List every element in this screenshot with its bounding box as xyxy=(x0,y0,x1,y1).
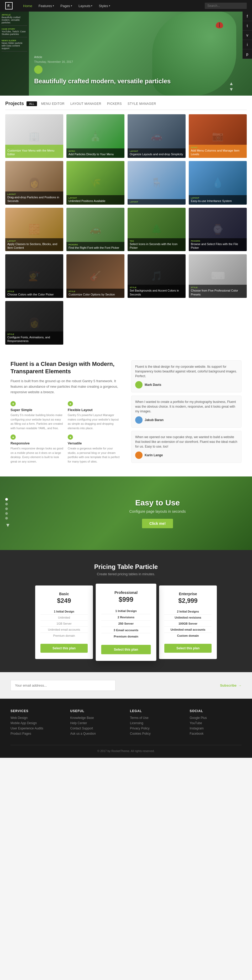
project-card-16[interactable]: ⌨ STYLE Choose from Five Professional Co… xyxy=(189,254,247,298)
easy-cta-button[interactable]: Click me! xyxy=(142,519,173,528)
card-title: Customize Color Options by Section xyxy=(68,293,122,296)
sidebar-post-3[interactable]: NEWS SLIDER News Slider particle with Da… xyxy=(2,40,27,51)
feature-item: 3 Email accounts xyxy=(101,627,151,633)
footer-link[interactable]: Terms of Use xyxy=(130,716,182,720)
nav-styles[interactable]: Styles ▾ xyxy=(96,3,113,9)
project-card-15[interactable]: 🎵 STYLE Set Backgrounds and Accent Color… xyxy=(128,254,185,298)
instagram-icon[interactable]: i xyxy=(242,40,252,49)
project-card-8[interactable]: 💧 LAYOUT Easy-to-use Inheritance System xyxy=(189,161,247,205)
card-title: Customize Your Menu with the Menu Editor xyxy=(7,149,61,156)
feature-title: Super Simple xyxy=(11,408,63,412)
footer-link[interactable]: Mobile App Design xyxy=(11,721,62,725)
footer-link[interactable]: Instagram xyxy=(190,727,242,730)
footer-link[interactable]: Product Pages xyxy=(11,732,62,735)
hero-ladybug-decoration xyxy=(216,22,223,29)
chevron-down-icon: ▾ xyxy=(109,5,110,7)
filter-all-button[interactable]: ALL xyxy=(27,102,37,106)
project-card-4[interactable]: 📷 INTRO Add Menu Columns and Manage Item… xyxy=(189,114,247,158)
nav-layouts[interactable]: Layouts ▾ xyxy=(76,3,95,9)
email-input[interactable] xyxy=(11,680,116,691)
nav-home[interactable]: Home xyxy=(21,3,35,9)
card-type: STYLE xyxy=(191,286,245,289)
carousel-dot-4[interactable] xyxy=(5,512,8,515)
chevron-down-icon[interactable]: ▼ xyxy=(5,522,58,528)
testimonial-text: When we opened our new cupcake shop, we … xyxy=(135,435,238,449)
filter-menu-editor[interactable]: MENU EDITOR xyxy=(40,101,66,107)
card-title: Choose Colors with the Color Picker xyxy=(7,293,61,296)
footer-link[interactable]: Facebook xyxy=(190,732,242,735)
pricing-title: Pricing Table Particle xyxy=(11,563,241,571)
chevron-up-icon[interactable]: ▲ xyxy=(229,81,234,86)
project-card-13[interactable]: 💇 STYLE Choose Colors with the Color Pic… xyxy=(5,254,63,298)
vimeo-icon[interactable]: v xyxy=(242,30,252,40)
hero-sidebar: ARTICLE Beautifully crafted modern, vers… xyxy=(0,11,29,95)
pricing-subtitle: Create tiered pricing tables in minutes. xyxy=(11,572,241,576)
plan-name: Professional xyxy=(101,590,151,595)
facebook-icon[interactable]: f xyxy=(242,11,252,21)
card-title: Choose from Five Professional Color Pres… xyxy=(191,289,245,296)
project-card-14[interactable]: 🎸 STYLE Customize Color Options by Secti… xyxy=(67,254,124,298)
select-plan-button[interactable]: Select this plan xyxy=(101,645,151,654)
card-title: Drag-and-drop Particles and Positions in… xyxy=(7,196,61,203)
nav-pages[interactable]: Pages ▾ xyxy=(58,3,75,9)
hero-nav-arrows: ▲ ▼ xyxy=(229,81,234,92)
footer-link[interactable]: Licensing xyxy=(130,721,182,725)
footer-link[interactable]: Knowledge Base xyxy=(70,716,122,720)
filter-pickers[interactable]: PICKERS xyxy=(106,101,124,107)
project-card-11[interactable]: 🌲 TAG Select Icons in Seconds with the I… xyxy=(128,208,185,251)
plan-price: $249 xyxy=(40,597,88,605)
pinterest-icon[interactable]: p xyxy=(242,49,252,59)
project-card-2[interactable]: ⛪ INTRO Add Particles Directly to Your M… xyxy=(67,114,124,158)
sidebar-post-2[interactable]: CASE STORY YouTube, Twitch: Case Studies… xyxy=(2,28,27,37)
footer-link[interactable]: Google Plus xyxy=(190,716,242,720)
site-logo[interactable]: F. xyxy=(5,2,13,10)
footer-useful: USEFUL Knowledge Base Help Center Contac… xyxy=(70,709,122,737)
select-plan-button[interactable]: Select this plan xyxy=(40,644,88,653)
footer-link[interactable]: Contact Support xyxy=(70,727,122,730)
project-card-3[interactable]: 🚗 LAYOUT Organize Layouts and end·drop S… xyxy=(128,114,185,158)
project-card-7[interactable]: 🪑 LAYOUT xyxy=(128,161,185,205)
plan-features: 1 Initial Design 2 Revisions 250 Server … xyxy=(101,608,151,640)
project-card-5[interactable]: 👩 LAYOUT Drag-and-drop Particles and Pos… xyxy=(5,161,63,205)
footer-link[interactable]: Privacy Policy xyxy=(130,727,182,730)
carousel-dot-5[interactable] xyxy=(5,517,8,520)
post-title: YouTube, Twitch: Case Studies particles xyxy=(2,30,27,35)
footer-columns: SERVICES Web Design Mobile App Design Us… xyxy=(11,709,241,737)
footer-link[interactable]: Help Center xyxy=(70,721,122,725)
feature-item: Premium domain xyxy=(40,633,88,638)
subscribe-button[interactable]: Subscribe → xyxy=(220,684,241,687)
project-card-17[interactable]: 👩 STYLE Configure Fonts, Animations, and… xyxy=(5,301,63,345)
avatar xyxy=(34,65,43,74)
project-card-6[interactable]: 🌾 LAYOUT Unlimited Positions Available xyxy=(67,161,124,205)
select-plan-button[interactable]: Select this plan xyxy=(164,644,212,653)
chevron-down-icon: ▾ xyxy=(53,5,54,7)
project-card-10[interactable]: 🚗 PICKERS Find the Right Font with the F… xyxy=(67,208,124,251)
footer-link[interactable]: Web Design xyxy=(11,716,62,720)
project-card-1[interactable]: 🏢 INTRO Customize Your Menu with the Men… xyxy=(5,114,63,158)
footer-link[interactable]: User Experience Audits xyxy=(11,727,62,730)
card-title: Configure Fonts, Animations, and Respons… xyxy=(7,336,61,343)
filter-style-manager[interactable]: STYLE MANAGER xyxy=(126,101,158,107)
carousel-dot-2[interactable] xyxy=(5,503,8,505)
search-input[interactable] xyxy=(205,3,247,9)
project-card-9[interactable]: 🧱 LAYOUT Apply Classes to Sections, Bloc… xyxy=(5,208,63,251)
project-card-12[interactable]: ⌚ PICKERS Browse and Select Files with t… xyxy=(189,208,247,251)
footer-link[interactable]: Cookies Policy xyxy=(130,732,182,735)
feature-flexible-layout: ● Flexible Layout Gantry 5's powerful La… xyxy=(68,401,121,430)
footer-link[interactable]: Ask us a Question xyxy=(70,732,122,735)
twitter-icon[interactable]: t xyxy=(242,21,252,30)
footer-link[interactable]: YouTube xyxy=(190,721,242,725)
carousel-dot-3[interactable] xyxy=(5,508,8,510)
feature-item: Unlimited email accounts xyxy=(40,627,88,633)
nav-features[interactable]: Features ▾ xyxy=(36,3,57,9)
plan-name: Basic xyxy=(40,592,88,596)
sidebar-post-1[interactable]: ARTICLE Beautifully crafted modern, vers… xyxy=(2,14,27,26)
pricing-card-professional: Professional $999 1 Initial Design 2 Rev… xyxy=(96,584,157,661)
filter-layout-manager[interactable]: LAYOUT MANAGER xyxy=(69,101,103,107)
carousel-dot-1[interactable] xyxy=(5,498,8,501)
hero-date: Thursday, November 16, 2017 xyxy=(34,60,236,63)
carousel-dots xyxy=(5,498,58,520)
card-title: Organize Layouts and end·drop Simplicity xyxy=(130,152,184,156)
chevron-down-icon[interactable]: ▼ xyxy=(229,87,234,92)
card-type: INTRO xyxy=(68,150,122,152)
